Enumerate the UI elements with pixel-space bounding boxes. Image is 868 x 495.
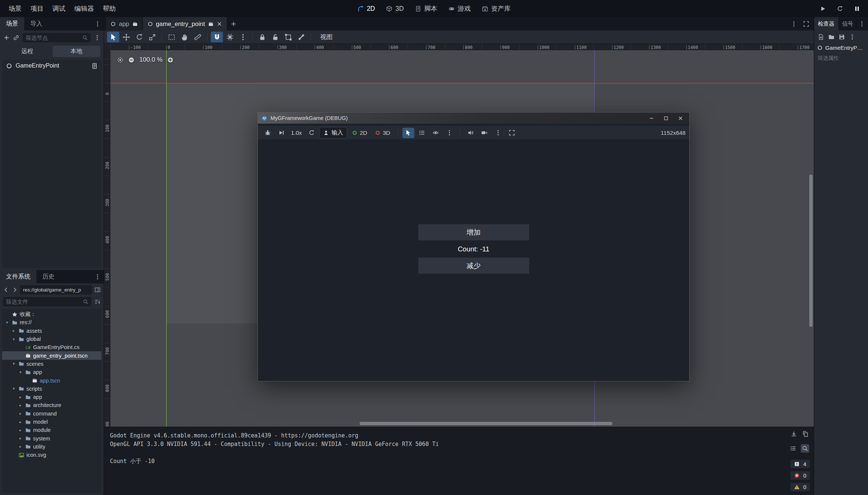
skeleton-tool-button[interactable]: [295, 32, 307, 42]
scene-dock-tab-scene[interactable]: 场景: [0, 17, 24, 30]
menu-scene[interactable]: 场景: [4, 2, 26, 15]
script-icon[interactable]: [91, 63, 98, 69]
new-resource-icon[interactable]: [818, 34, 824, 40]
filesystem-dock-tab-history[interactable]: 历史: [36, 270, 61, 283]
file-item-global[interactable]: ▾global: [2, 335, 101, 343]
filter-properties-label[interactable]: 筛选属性: [818, 55, 864, 62]
sort-files-icon[interactable]: [94, 299, 101, 305]
messages-count-badge[interactable]: 4: [790, 460, 810, 468]
select-tool-button[interactable]: [107, 32, 119, 42]
history-forward-icon[interactable]: [12, 287, 18, 293]
workspace-tab-3d[interactable]: 3D: [382, 3, 408, 14]
add-node-icon[interactable]: [3, 35, 10, 41]
inspector-options-icon[interactable]: [849, 34, 855, 40]
decrease-button[interactable]: 减少: [418, 257, 529, 274]
zoom-out-icon[interactable]: [128, 57, 135, 63]
file-item-system[interactable]: ▸system: [2, 434, 101, 442]
game-select-tool-button[interactable]: [402, 128, 414, 138]
file-item-assets[interactable]: ▸assets: [2, 327, 101, 335]
file-item-scripts-app[interactable]: ▸app: [2, 393, 101, 401]
file-item-utility[interactable]: ▸utility: [2, 443, 101, 451]
measure-tool-button[interactable]: [191, 32, 204, 42]
split-mode-icon[interactable]: [94, 287, 101, 293]
file-item-res-root[interactable]: ▾res://: [2, 318, 101, 326]
reset-speed-button[interactable]: [305, 128, 317, 138]
file-item-architecture[interactable]: ▸architecture: [2, 401, 101, 409]
lock-tool-button[interactable]: [256, 32, 268, 42]
box-select-tool-button[interactable]: [165, 32, 178, 42]
close-tab-button[interactable]: [217, 21, 222, 27]
file-item-model[interactable]: ▸model: [2, 418, 101, 426]
inspector-dock-menu-icon[interactable]: [859, 21, 865, 27]
workspace-tab-2d[interactable]: 2D: [353, 3, 379, 14]
copy-output-icon[interactable]: [802, 431, 809, 437]
scene-tree-node-root[interactable]: GameEntryPoint: [2, 60, 101, 72]
distraction-free-icon[interactable]: [803, 21, 809, 27]
menu-help[interactable]: 帮助: [99, 2, 120, 15]
scene-tree-menu-icon[interactable]: [94, 35, 100, 41]
zoom-level[interactable]: 100.0 %: [139, 56, 162, 63]
camera-3d-button[interactable]: 3D: [372, 130, 393, 136]
file-item-icon-svg[interactable]: icon.svg: [2, 451, 101, 459]
file-item-favorites[interactable]: 收藏：: [2, 310, 101, 318]
file-item-app-tscn[interactable]: app.tscn: [2, 376, 101, 384]
increase-button[interactable]: 增加: [418, 224, 529, 241]
filesystem-dock-menu-icon[interactable]: [94, 274, 101, 280]
maximize-icon[interactable]: [663, 115, 669, 121]
filter-nodes-input[interactable]: [26, 35, 80, 41]
view-menu[interactable]: 视图: [316, 32, 337, 43]
horizontal-ruler[interactable]: -100010020030040050060070080090010001100…: [110, 44, 814, 50]
file-item-game-entry-point-tscn[interactable]: game_entry_point.tscn: [2, 351, 101, 359]
local-button[interactable]: 本地: [53, 46, 101, 57]
grid-snap-tool-button[interactable]: [224, 32, 236, 42]
current-path[interactable]: res://global/game_entry_p: [20, 285, 92, 294]
speed-label[interactable]: 1.0x: [289, 130, 304, 136]
warnings-count-badge[interactable]: 0: [790, 483, 810, 491]
scene-dock-menu-icon[interactable]: [94, 21, 101, 27]
filesystem-dock-tab-filesystem[interactable]: 文件系统: [0, 270, 36, 283]
pan-tool-button[interactable]: [178, 32, 191, 42]
save-resource-icon[interactable]: [839, 34, 845, 40]
instance-scene-icon[interactable]: [13, 35, 19, 41]
file-item-scenes-app[interactable]: ▾app: [2, 368, 101, 376]
horizontal-scrollbar[interactable]: [360, 422, 612, 425]
search-output-button[interactable]: [801, 444, 809, 453]
group-tool-button[interactable]: [282, 32, 294, 42]
errors-count-badge[interactable]: 0: [790, 471, 810, 480]
rotate-tool-button[interactable]: [133, 32, 145, 42]
workspace-tab-script[interactable]: 脚本: [411, 3, 441, 14]
camera-2d-button[interactable]: 2D: [349, 130, 370, 136]
file-item-scenes[interactable]: ▾scenes: [2, 360, 101, 368]
snap-options-tool-button[interactable]: [237, 32, 249, 42]
close-icon[interactable]: [678, 115, 683, 121]
camera-override-button[interactable]: [479, 128, 490, 138]
load-resource-icon[interactable]: [828, 34, 835, 40]
center-view-icon[interactable]: [117, 57, 123, 63]
scene-tabs-menu-icon[interactable]: [791, 21, 797, 27]
remote-button[interactable]: 远程: [3, 46, 51, 57]
new-scene-tab-icon[interactable]: [230, 21, 237, 27]
vertical-ruler[interactable]: 0100200300400500600700800900: [104, 50, 110, 427]
input-mode-button[interactable]: 输入: [319, 127, 347, 139]
filter-files-input[interactable]: [6, 299, 81, 305]
embed-fullscreen-button[interactable]: [506, 128, 518, 138]
restart-button[interactable]: [835, 3, 845, 14]
debugger-button[interactable]: [262, 128, 273, 138]
file-item-module[interactable]: ▸module: [2, 426, 101, 434]
inspected-node-row[interactable]: GameEntryPoint: [814, 43, 868, 52]
menu-project[interactable]: 项目: [26, 2, 48, 15]
scale-tool-button[interactable]: [146, 32, 158, 42]
workspace-tab-game[interactable]: 游戏: [444, 3, 475, 14]
save-output-icon[interactable]: [791, 431, 797, 437]
next-frame-button[interactable]: [275, 128, 287, 138]
scene-tab-game-entry-point[interactable]: game_entry_point: [143, 17, 227, 30]
visibility-button[interactable]: [430, 128, 442, 138]
menu-debug[interactable]: 调试: [48, 2, 69, 15]
file-item-scripts[interactable]: ▾scripts: [2, 385, 101, 393]
smart-snap-tool-button[interactable]: [211, 32, 223, 42]
game-window-titlebar[interactable]: MyGFrameworkGame (DEBUG): [258, 113, 689, 124]
history-back-icon[interactable]: [3, 287, 9, 293]
file-item-gameentrypoint-cs[interactable]: GameEntryPoint.cs: [2, 343, 101, 351]
menu-editor[interactable]: 编辑器: [70, 2, 98, 15]
zoom-in-icon[interactable]: [167, 57, 174, 63]
